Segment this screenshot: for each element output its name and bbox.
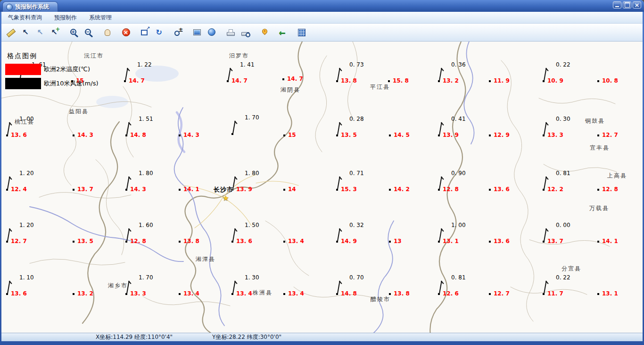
minimize-button-icon[interactable] (613, 1, 621, 8)
temperature-value: 13. 6 (11, 132, 27, 138)
wind-speed-value: 1. 20 (19, 222, 34, 228)
map-canvas[interactable]: 格点图例 欧洲2米温度(℃)欧洲10米风速(m/s) 1. 61151. 221… (1, 42, 643, 333)
temperature-value: 13. 1 (602, 290, 618, 297)
legend-title: 格点图例 (7, 52, 99, 60)
grid-point-dot (179, 241, 181, 243)
temperature-value: 14. 7 (231, 77, 248, 84)
wind-speed-value: 0. 36 (451, 61, 466, 68)
pan-hand-icon[interactable] (100, 25, 115, 40)
restore-button-icon[interactable] (623, 1, 631, 8)
wind-speed-value: 1. 80 (245, 170, 259, 177)
clear-icon[interactable] (119, 25, 133, 40)
globe-icon[interactable] (205, 25, 219, 40)
grid-point-dot (389, 135, 391, 136)
temperature-value: 12. 7 (494, 290, 510, 297)
temperature-value: 12. 9 (494, 132, 510, 138)
menu-item-1[interactable]: 气象资料查询 (2, 12, 48, 23)
print-preview-glyph (241, 28, 250, 37)
map-label: 万载县 (589, 204, 609, 212)
legend-color-swatch (5, 78, 41, 89)
wind-speed-value: 1. 30 (245, 274, 259, 281)
menu-bar: 气象资料查询预报制作系统管理 (1, 12, 643, 24)
wind-speed-value: 0. 32 (349, 222, 364, 228)
pan-hand-glyph (103, 28, 112, 37)
grid-point-dot (489, 135, 491, 136)
identify-icon[interactable] (171, 25, 186, 40)
temperature-value: 14. 1 (602, 238, 618, 244)
legend-entries: 欧洲2米温度(℃)欧洲10米风速(m/s) (5, 64, 99, 89)
temperature-value: 13. 8 (341, 77, 357, 84)
temperature-value: 11. 9 (494, 77, 510, 84)
pan-arrow-glyph (36, 28, 45, 37)
pan-arrow-icon[interactable] (33, 25, 48, 40)
wind-speed-value: 1. 50 (245, 222, 259, 228)
temperature-value: 13. 7 (77, 186, 93, 193)
grid-point-dot (388, 80, 390, 82)
temperature-value: 12. 7 (602, 132, 618, 138)
wind-speed-value: 0. 41 (451, 116, 466, 122)
menu-item-3[interactable]: 系统管理 (83, 12, 117, 23)
temperature-value: 14 (288, 186, 296, 193)
wind-speed-value: 1. 80 (139, 170, 153, 177)
zoom-in-icon[interactable] (66, 25, 81, 40)
grid-icon[interactable] (295, 25, 309, 40)
map-label: 湘阴县 (281, 86, 300, 94)
print-icon[interactable] (223, 25, 238, 40)
map-label: 湘乡市 (108, 282, 128, 290)
temperature-value: 12. 4 (11, 186, 27, 193)
back-glyph (279, 28, 288, 37)
grid-point-dot (489, 293, 491, 295)
image-icon[interactable] (190, 25, 205, 40)
wind-speed-value: 0. 90 (451, 170, 466, 177)
refresh-glyph (155, 28, 165, 37)
temperature-value: 13. 7 (547, 238, 563, 244)
map-label: 湘潭县 (196, 255, 215, 263)
print-glyph (226, 28, 236, 37)
grid-point-dot (179, 135, 181, 136)
wind-speed-value: 1. 00 (451, 222, 466, 228)
wind-speed-value: 0. 73 (349, 61, 364, 68)
map-label: 桃江县 (15, 118, 34, 126)
temperature-value: 13. 5 (77, 238, 93, 244)
temperature-value: 12. 2 (547, 186, 563, 193)
temperature-value: 12. 7 (11, 238, 27, 244)
map-label: 铜鼓县 (585, 117, 605, 125)
app-icon (6, 4, 13, 10)
close-button-icon[interactable] (633, 1, 641, 8)
temperature-value: 10. 8 (602, 77, 618, 84)
image-glyph (193, 28, 202, 37)
wind-speed-value: 1. 20 (19, 170, 34, 177)
measure-icon[interactable] (4, 25, 18, 40)
wind-speed-value: 0. 70 (349, 274, 364, 281)
temperature-value: 14. 8 (130, 132, 146, 138)
toolbar (1, 24, 643, 42)
wind-speed-value: 0. 81 (451, 274, 466, 281)
select-icon[interactable] (18, 25, 33, 40)
temperature-value: 15 (288, 132, 296, 138)
screenshot-icon[interactable] (138, 25, 152, 40)
location-icon[interactable] (257, 25, 272, 40)
temperature-value: 14. 3 (183, 132, 199, 138)
menu-item-2[interactable]: 预报制作 (49, 12, 83, 23)
grid-point-dot (283, 135, 285, 136)
zoom-out-icon[interactable] (81, 25, 96, 40)
title-bar[interactable]: 预报制作系统 (0, 0, 644, 12)
grid-point-dot (597, 293, 599, 295)
map-label: 上高县 (607, 172, 627, 180)
temperature-value: 13. 6 (11, 290, 27, 297)
zoom-in-glyph (69, 28, 79, 37)
grid-point-dot (283, 189, 285, 191)
grid-point-dot (179, 293, 181, 295)
refresh-icon[interactable] (152, 25, 167, 40)
select-plus-icon[interactable] (48, 25, 62, 40)
grid-point-dot (389, 241, 391, 243)
globe-glyph (207, 28, 217, 37)
grid-point-dot (597, 135, 599, 136)
app-window: 预报制作系统 气象资料查询预报制作系统管理 (0, 0, 644, 345)
temperature-value: 13. 4 (288, 290, 304, 297)
legend-color-swatch (5, 64, 41, 75)
back-icon[interactable] (276, 25, 290, 40)
temperature-value: 10. 9 (547, 77, 563, 84)
print-preview-icon[interactable] (238, 25, 253, 40)
grid-point-dot (389, 189, 391, 191)
